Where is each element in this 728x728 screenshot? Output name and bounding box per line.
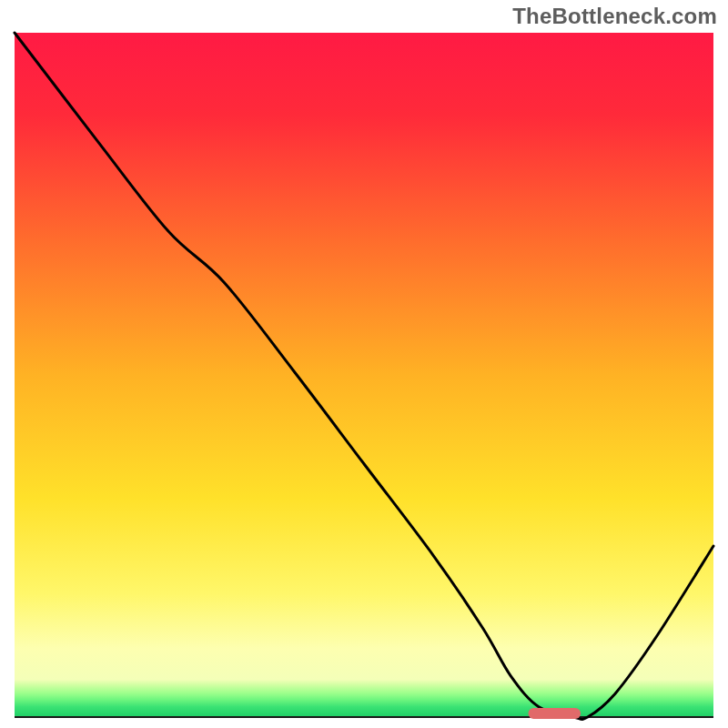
optimal-range-marker <box>528 708 581 719</box>
chart-svg <box>0 0 728 728</box>
bottleneck-chart: TheBottleneck.com <box>0 0 728 728</box>
watermark-text: TheBottleneck.com <box>512 4 717 29</box>
svg-rect-0 <box>15 33 713 717</box>
